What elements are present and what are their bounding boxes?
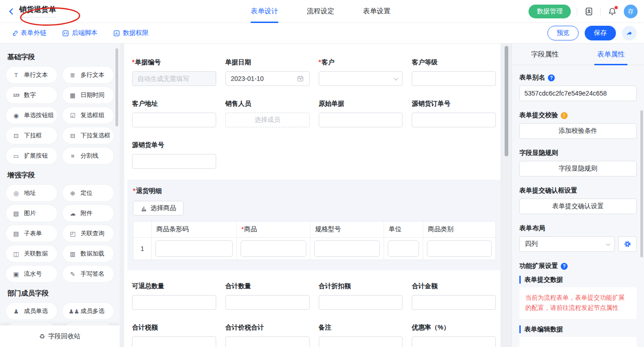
field-item-data-load[interactable]: ▥数据加载 [62,245,114,262]
field-item-extend-button[interactable]: ▭扩展按钮 [6,147,58,165]
field-document-no[interactable]: *单据编号 [132,58,216,86]
field-total-tax[interactable]: 合计税额 [132,324,216,347]
field-discount-rate[interactable]: 优惠率（%） [412,324,496,347]
select-member-box[interactable]: 选择成员 [225,113,310,127]
field-visibility-button[interactable]: 字段显隐规则 [519,161,637,176]
total-discount-input[interactable] [319,295,403,310]
data-manage-button[interactable]: 数据管理 [529,5,571,18]
spec-model-input[interactable] [314,240,380,257]
unit-input[interactable] [388,240,419,257]
document-no-input[interactable] [132,71,216,86]
product-category-input[interactable] [427,240,492,257]
source-sales-order-no-input[interactable] [412,113,496,127]
field-item-single-text[interactable]: T单行文本 [6,66,58,84]
total-tax-input[interactable] [132,336,216,347]
preview-button[interactable]: 预览 [547,26,579,40]
share-button[interactable] [622,26,637,40]
field-label: 可退总数量 [132,282,164,290]
field-item-image[interactable]: ▧图片 [6,205,58,222]
field-label: 合计金额 [412,282,437,290]
field-item-member-multi[interactable]: ♟♟成员多选 [62,302,114,320]
field-total-qty[interactable]: 合计数量 [225,282,310,310]
tab-form-properties[interactable]: 表单属性 [578,44,644,65]
contacts-book-icon[interactable] [583,6,594,17]
field-source-sales-order-no[interactable]: 源销货订单号 [412,100,496,127]
product-barcode-input[interactable] [155,240,233,257]
warning-icon[interactable]: ! [561,112,568,119]
field-label: 客户等级 [412,58,437,67]
field-item-multi-select[interactable]: ⊟下拉复选框 [62,127,114,144]
field-item-subform[interactable]: ▤子表单 [6,225,58,242]
member-multi-icon: ♟♟ [69,308,77,315]
returnable-qty-input[interactable] [132,295,216,310]
field-item-datetime[interactable]: ▦日期时间 [62,86,114,104]
document-date-input[interactable]: 2023-01-10 [225,71,310,86]
field-source-sales-no[interactable]: 源销货单号 [132,141,216,169]
help-icon[interactable]: ? [548,74,555,81]
customer-level-input[interactable] [412,71,496,86]
save-button[interactable]: 保存 [585,26,616,40]
select-product-button[interactable]: 选择商品 [133,201,184,216]
field-returnable-qty[interactable]: 可退总数量 [132,282,216,310]
back-icon[interactable] [9,8,16,14]
add-validation-button[interactable]: 添加校验条件 [519,123,637,139]
total-amount-input[interactable] [412,295,496,310]
field-item-address[interactable]: ◎地址 [6,184,58,202]
total-with-tax-input[interactable] [225,336,310,347]
field-customer-address[interactable]: 客户地址 [132,100,216,127]
field-label: 单据日期 [225,58,251,67]
field-original-document[interactable]: 原始单据 [319,100,403,127]
remark-textarea[interactable] [319,336,403,347]
field-item-checkbox-group[interactable]: ☑复选框组 [62,107,114,124]
field-item-serial-number[interactable]: ▣流水号 [6,265,58,283]
source-sales-no-input[interactable] [132,154,216,169]
submit-confirm-button[interactable]: 表单提交确认设置 [519,199,637,214]
avatar[interactable]: 存 [624,5,638,18]
field-item-number[interactable]: 123数字 [6,86,58,104]
field-item-multiline-text[interactable]: ≣多行文本 [62,66,114,84]
field-customer[interactable]: *客户 [319,58,403,86]
field-item-attachment[interactable]: ☁附件 [62,205,114,222]
tab-form-setting[interactable]: 表单设置 [363,0,391,23]
field-item-radio-group[interactable]: ◉单选按钮组 [6,107,58,124]
field-total-with-tax[interactable]: 合计价税合计 [225,324,310,347]
field-recycle-bin[interactable]: ♻ 字段回收站 [0,325,120,347]
calendar-icon: ▦ [69,92,77,99]
field-item-location[interactable]: ⊕定位 [62,184,114,202]
original-document-input[interactable] [319,113,403,127]
field-item-member-single[interactable]: ♟成员单选 [6,302,58,320]
field-remark[interactable]: 备注 [319,324,403,347]
tab-workflow-setting[interactable]: 流程设定 [307,0,334,23]
field-item-select[interactable]: ⊡下拉框 [6,127,58,144]
form-layout-select[interactable]: 四列 [519,236,615,252]
notification-bell-icon[interactable] [607,6,618,17]
field-item-divider[interactable]: ≡分割线 [62,147,114,165]
data-permission-link[interactable]: 数据权限 [113,29,149,37]
total-qty-input[interactable] [225,295,310,310]
tab-form-design[interactable]: 表单设计 [251,0,278,23]
form-external-link[interactable]: 表单外链 [11,29,46,37]
chevron-down-icon [394,76,398,80]
field-total-discount[interactable]: 合计折扣额 [319,282,403,310]
product-input[interactable] [241,240,306,257]
field-sales-member[interactable]: 销售人员 选择成员 [225,100,310,127]
sidebar-scrollbar[interactable] [115,48,118,126]
properties-panel: 字段属性 表单属性 表单别名? 表单提交校验! 添加校验条件 字段显隐规则 字段… [512,44,644,347]
field-document-date[interactable]: 单据日期 2023-01-10 [225,58,310,86]
tab-field-properties[interactable]: 字段属性 [512,44,578,65]
canvas-scrollbar[interactable] [505,46,508,156]
customer-select[interactable] [319,71,403,86]
field-total-amount[interactable]: 合计金额 [412,282,496,310]
field-customer-level[interactable]: 客户等级 [412,58,496,86]
layout-settings-button[interactable] [618,236,637,252]
col-product-category: 商品类别 [423,222,495,238]
customer-address-input[interactable] [132,113,216,127]
discount-rate-input[interactable] [412,336,496,347]
panel-scrollbar[interactable] [640,110,643,257]
field-item-signature[interactable]: ✎手写签名 [62,265,114,283]
field-item-linked-query[interactable]: ◰关联查询 [62,225,114,242]
help-icon[interactable]: ? [561,263,568,270]
form-alias-input[interactable] [519,85,637,101]
backend-script-link[interactable]: 后端脚本 [62,29,98,37]
field-item-linked-data[interactable]: ◫关联数据 [6,245,58,262]
